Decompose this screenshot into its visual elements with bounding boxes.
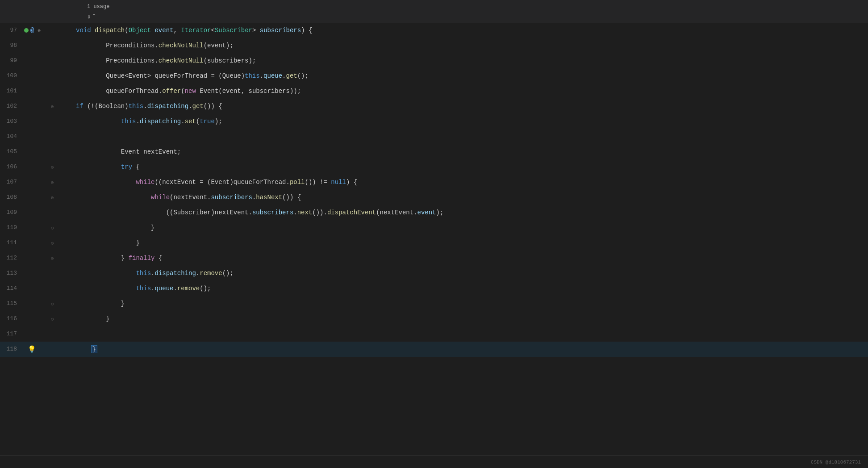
plain-token: ()) { <box>282 194 301 201</box>
plain-token: Preconditions. <box>76 42 159 49</box>
table-row: 103 this.dispatching.set(true); <box>0 114 868 129</box>
line-content: } <box>76 220 868 235</box>
line-number: 98 <box>0 38 22 53</box>
line-content: } <box>76 235 868 251</box>
this-kw-token: this <box>136 270 151 277</box>
plain-token <box>76 179 136 186</box>
plain-token: (); <box>200 285 211 292</box>
line-indicators: ⊖ <box>22 164 76 170</box>
fold-icon[interactable]: ⊖ <box>51 225 54 231</box>
method-token: checkNotNull <box>159 57 204 64</box>
this-kw-token: this <box>136 285 151 292</box>
table-row: 105 Event nextEvent; <box>0 144 868 159</box>
plain-token: > <box>252 27 260 34</box>
line-number: 99 <box>0 53 22 68</box>
this-kw-token: this <box>129 103 144 110</box>
plain-token: (nextEvent. <box>376 209 417 216</box>
method-token: get <box>192 103 203 110</box>
plain-token: ) { <box>301 27 312 34</box>
param-token: event <box>154 27 173 34</box>
plain-token: . <box>196 270 200 277</box>
line-number: 112 <box>0 251 22 266</box>
plain-token: (!(Boolean) <box>83 103 129 110</box>
plain-token: ) { <box>346 179 357 186</box>
field-token: queue <box>154 285 173 292</box>
plain-token <box>76 346 91 353</box>
plain-token <box>76 270 136 277</box>
method-token: get <box>286 72 297 79</box>
plain-token: < <box>211 27 215 34</box>
table-row: 117 <box>0 326 868 342</box>
code-section[interactable]: 97@⊖void dispatch(Object event, Iterator… <box>0 23 868 455</box>
line-indicators: ⊖ <box>22 255 76 261</box>
method-token: remove <box>200 270 222 277</box>
fold-icon[interactable]: ⊖ <box>51 104 54 109</box>
line-content: Event nextEvent; <box>76 144 868 159</box>
field-token: queue <box>263 72 282 79</box>
plain-token: ( <box>181 88 184 95</box>
fold-icon[interactable]: ⊖ <box>51 301 54 307</box>
fold-icon[interactable]: ⊖ <box>51 195 54 201</box>
field-token: dispatching <box>154 270 196 277</box>
line-content: } finally { <box>76 251 868 266</box>
kw-blue-token: try <box>121 163 132 171</box>
plain-token: Event nextEvent; <box>76 148 181 155</box>
plain-token: Preconditions. <box>76 57 159 64</box>
plain-token: ()). <box>312 209 327 216</box>
method-token: dispatch <box>95 27 125 34</box>
table-row: 104 <box>0 129 868 144</box>
kw-blue-token: if <box>76 103 83 110</box>
plain-token: . <box>173 285 177 292</box>
line-content: } <box>76 311 868 326</box>
plain-token: . <box>282 72 286 79</box>
line-number: 103 <box>0 114 22 129</box>
watermark-text: CSDN @dl810672731 <box>811 460 861 465</box>
fold-icon[interactable]: ⊖ <box>51 255 54 261</box>
line-number: 100 <box>0 68 22 84</box>
plain-token: } <box>76 224 154 231</box>
table-row: 97@⊖void dispatch(Object event, Iterator… <box>0 23 868 38</box>
void-kw-token: void <box>76 27 91 34</box>
line-number: 105 <box>0 144 22 159</box>
line-number: 117 <box>0 326 22 342</box>
line-content: this.queue.remove(); <box>76 281 868 296</box>
line-number: 110 <box>0 220 22 235</box>
plain-token: (); <box>222 270 234 277</box>
lightbulb-icon[interactable]: 💡 <box>28 345 36 354</box>
plain-token: ((Subscriber)nextEvent. <box>76 209 252 216</box>
line-indicators: @⊖ <box>22 27 76 34</box>
plain-token: } <box>76 315 110 322</box>
table-row: 113 this.dispatching.remove(); <box>0 266 868 281</box>
line-content: try { <box>76 159 868 175</box>
fold-icon[interactable]: ⊖ <box>51 164 54 170</box>
line-number: 116 <box>0 311 22 326</box>
line-content: while(nextEvent.subscribers.hasNext()) { <box>76 190 868 205</box>
plain-token: (); <box>297 72 309 79</box>
table-row: 100 Queue<Event> queueForThread = (Queue… <box>0 68 868 84</box>
breakpoint-icon[interactable] <box>24 28 29 33</box>
table-row: 99 Preconditions.checkNotNull(subscriber… <box>0 53 868 68</box>
method-token: hasNext <box>256 194 282 201</box>
plain-token: . <box>136 118 139 125</box>
chevron-down-icon: ˅ <box>92 13 96 22</box>
fold-icon[interactable]: ⊖ <box>38 28 41 33</box>
null-kw-token: null <box>331 179 346 186</box>
line-number: 108 <box>0 190 22 205</box>
iter-type-token: Iterator <box>181 27 211 34</box>
method-token: poll <box>290 179 305 186</box>
plain-token: , <box>173 27 181 34</box>
fold-icon[interactable]: ⊖ <box>51 180 54 185</box>
line-content: void dispatch(Object event, Iterator<Sub… <box>76 23 868 38</box>
line-indicators: ⊖ <box>22 316 76 322</box>
line-number: 101 <box>0 84 22 99</box>
line-content: Queue<Event> queueForThread = (Queue)thi… <box>76 68 868 84</box>
field-token: event <box>417 209 436 216</box>
fold-icon[interactable]: ⊖ <box>51 240 54 246</box>
plain-token: (subscribers); <box>204 57 256 64</box>
line-content: } <box>76 296 868 311</box>
line-indicators: 💡 <box>22 345 76 354</box>
fold-icon[interactable]: ⊖ <box>51 316 54 322</box>
line-number: 104 <box>0 129 22 144</box>
line-indicators: ⊖ <box>22 301 76 307</box>
line-content: this.dispatching.remove(); <box>76 266 868 281</box>
